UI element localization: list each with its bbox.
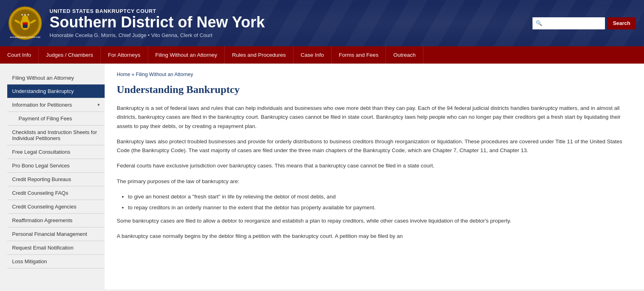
- svg-rect-6: [23, 23, 28, 25]
- sidebar-item-label: Payment of Filing Fees: [19, 116, 72, 122]
- nav-item-court-info[interactable]: Court Info: [0, 46, 39, 64]
- sidebar-item-free-legal[interactable]: Free Legal Consultations: [7, 145, 105, 159]
- sidebar-item-label: Checklists and Instruction Sheets for In…: [12, 129, 101, 141]
- sidebar-item-request-email[interactable]: Request Email Notification: [7, 241, 105, 255]
- sidebar-item-credit-reporting[interactable]: Credit Reporting Bureaus: [7, 173, 105, 186]
- sidebar-item-label: Request Email Notification: [12, 245, 73, 251]
- search-button[interactable]: Search: [607, 17, 636, 29]
- content-paragraph-2: Federal courts have exclusive jurisdicti…: [117, 161, 632, 170]
- content-paragraph-3: The primary purposes of the law of bankr…: [117, 177, 632, 186]
- sidebar-item-payment-filing-fees[interactable]: Payment of Filing Fees: [7, 112, 105, 126]
- court-subtitle: Honorable Cecelia G. Morris, Chief Judge…: [50, 32, 265, 38]
- search-input[interactable]: [533, 17, 605, 29]
- sidebar-item-checklists[interactable]: Checklists and Instruction Sheets for In…: [7, 126, 105, 145]
- content-paragraph-0: Bankruptcy is a set of federal laws and …: [117, 104, 632, 131]
- sidebar-item-label: Credit Counseling FAQs: [12, 190, 68, 196]
- list-item-0: to give an honest debtor a "fresh start"…: [128, 192, 632, 202]
- nav-item-filing-without-attorney[interactable]: Filing Without an Attorney: [148, 46, 225, 64]
- svg-text:★ ★ ★: ★ ★ ★: [21, 13, 30, 16]
- sidebar-item-label: Reaffirmation Agreements: [12, 217, 72, 223]
- nav-item-rules-procedures[interactable]: Rules and Procedures: [225, 46, 293, 64]
- content-paragraph-5: A bankruptcy case normally begins by the…: [117, 232, 632, 241]
- sidebar-item-personal-financial[interactable]: Personal Financial Management: [7, 227, 105, 241]
- svg-text:SOUTHERN DISTRICT OF NEW YORK: SOUTHERN DISTRICT OF NEW YORK: [10, 36, 41, 38]
- breadcrumb-separator: »: [132, 72, 134, 77]
- sidebar-item-information-petitioners[interactable]: Information for Petitioners▼: [7, 98, 105, 112]
- list-item-1: to repay creditors in an orderly manner …: [128, 203, 632, 213]
- sidebar-item-label: Personal Financial Management: [12, 231, 87, 237]
- main-paragraphs: Bankruptcy is a set of federal laws and …: [117, 104, 632, 241]
- sidebar-items-list: Understanding BankruptcyInformation for …: [7, 85, 105, 268]
- breadcrumb-home[interactable]: Home: [117, 72, 130, 77]
- nav-item-judges-chambers[interactable]: Judges / Chambers: [39, 46, 101, 64]
- main-navigation: Court InfoJudges / ChambersFor Attorneys…: [0, 46, 644, 64]
- sidebar: Filing Without an Attorney Understanding…: [0, 64, 105, 289]
- nav-item-forms-fees[interactable]: Forms and Fees: [332, 46, 386, 64]
- nav-item-outreach[interactable]: Outreach: [386, 46, 423, 64]
- court-name-main: Southern District of New York: [50, 14, 265, 31]
- sidebar-item-label: Information for Petitioners: [12, 102, 72, 108]
- page-title: Understanding Bankruptcy: [117, 84, 632, 96]
- search-area: 🔍 Search: [533, 17, 636, 29]
- court-name-top: UNITED STATES BANKRUPTCY COURT: [50, 8, 265, 14]
- sidebar-item-reaffirmation[interactable]: Reaffirmation Agreements: [7, 214, 105, 227]
- nav-item-for-attorneys[interactable]: For Attorneys: [101, 46, 148, 64]
- content-paragraph-4: Some bankruptcy cases are filed to allow…: [117, 217, 632, 225]
- sidebar-item-label: Credit Counseling Agencies: [12, 204, 76, 210]
- sidebar-group-title[interactable]: Filing Without an Attorney: [7, 72, 105, 85]
- sidebar-item-pro-bono[interactable]: Pro Bono Legal Services: [7, 159, 105, 173]
- sidebar-item-loss-mitigation[interactable]: Loss Mitigation: [7, 255, 105, 268]
- court-title-block: UNITED STATES BANKRUPTCY COURT Southern …: [50, 8, 265, 39]
- sidebar-item-label: Credit Reporting Bureaus: [12, 176, 71, 182]
- search-icon: 🔍: [536, 20, 542, 26]
- sidebar-item-understanding-bankruptcy[interactable]: Understanding Bankruptcy: [7, 85, 105, 98]
- nav-item-case-info[interactable]: Case Info: [293, 46, 332, 64]
- sidebar-item-label: Free Legal Consultations: [12, 149, 70, 155]
- sidebar-item-credit-faqs[interactable]: Credit Counseling FAQs: [7, 186, 105, 200]
- breadcrumb-current: Filing Without an Attorney: [136, 72, 193, 77]
- sidebar-item-label: Pro Bono Legal Services: [12, 163, 70, 169]
- breadcrumb: Home » Filing Without an Attorney: [117, 72, 632, 77]
- content-paragraph-1: Bankruptcy laws also protect troubled bu…: [117, 137, 632, 155]
- content-list: to give an honest debtor a "fresh start"…: [128, 192, 632, 213]
- sidebar-item-label: Loss Mitigation: [12, 258, 47, 264]
- sidebar-item-label: Understanding Bankruptcy: [12, 88, 74, 94]
- expand-arrow-icon: ▼: [97, 103, 101, 107]
- svg-point-4: [22, 15, 28, 21]
- sidebar-item-credit-agencies[interactable]: Credit Counseling Agencies: [7, 200, 105, 214]
- main-content: Home » Filing Without an Attorney Unders…: [105, 64, 644, 289]
- court-seal: ★ ★ ★ SOUTHERN DISTRICT OF NEW YORK: [8, 6, 42, 40]
